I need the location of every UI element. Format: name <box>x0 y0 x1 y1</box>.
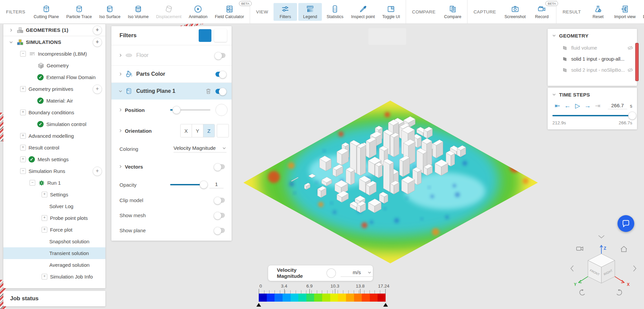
camera-views-button[interactable] <box>577 247 583 250</box>
tree-item-simulation-control[interactable]: ✓Simulation control <box>3 118 105 130</box>
tree-item-geometry[interactable]: Geometry <box>3 60 105 71</box>
toolbar-button-iso-surface[interactable]: Iso Surface <box>96 3 123 21</box>
filter-item-parts-color[interactable]: Parts Color <box>111 66 232 83</box>
play-button[interactable]: ▷ <box>573 102 583 110</box>
delete-filter-button[interactable] <box>205 87 212 95</box>
range-max-marker[interactable] <box>383 303 388 307</box>
filter-item-floor[interactable]: Floor <box>111 45 232 66</box>
legend-unit-dropdown[interactable]: m/s <box>341 269 373 277</box>
previous-step-button[interactable]: ← <box>562 102 573 110</box>
toolbar-button-compare[interactable]: Compare <box>441 3 464 21</box>
tree-item-force-plot[interactable]: +Force plot <box>3 224 105 236</box>
tree-item-boundary-conditions[interactable]: +Boundary conditions <box>3 107 105 118</box>
support-chat-button[interactable] <box>617 215 634 232</box>
show-mesh-toggle[interactable] <box>215 213 225 218</box>
clip-model-toggle[interactable] <box>215 198 225 203</box>
chevron-right-icon[interactable] <box>118 164 123 169</box>
show-plane-toggle[interactable] <box>215 228 225 233</box>
tree-item-run-1[interactable]: −Run 1 <box>3 177 105 189</box>
time-value-input[interactable]: 266.7 <box>608 103 627 109</box>
tree-item-external-flow-domain[interactable]: ✓External Flow Domain <box>3 71 105 83</box>
visibility-off-icon[interactable] <box>627 45 634 51</box>
tree-item-incompressible-lbm-[interactable]: −Incompressible (LBM) <box>3 48 105 60</box>
tree-item-geometries-1-[interactable]: GEOMETRIES (1)+ <box>3 24 105 36</box>
apply-button[interactable] <box>199 29 211 42</box>
tree-item-simulation-runs[interactable]: −Simulation Runs+ <box>3 165 105 177</box>
position-slider[interactable] <box>170 109 210 111</box>
toolbar-button-statistics[interactable]: Statistics <box>323 3 347 21</box>
filter-visibility-toggle[interactable] <box>215 72 226 77</box>
rotate-left-button[interactable] <box>571 266 573 271</box>
tree-item-mesh-settings[interactable]: +✓Mesh settings <box>3 153 105 165</box>
toolbar-button-download[interactable]: Download <box>640 3 644 21</box>
orthographic-view-button[interactable] <box>390 30 403 43</box>
collapse-box[interactable]: − <box>30 180 35 186</box>
legend-colorbar[interactable]: 03.46.910.313.817.24 <box>259 284 386 308</box>
toolbar-button-record[interactable]: RecordBETA <box>530 3 553 21</box>
next-step-button[interactable]: → <box>583 102 593 110</box>
tree-item-probe-point-plots[interactable]: +Probe point plots <box>3 212 105 224</box>
add-button[interactable]: + <box>93 167 102 176</box>
tree-item-result-control[interactable]: +Result control <box>3 142 105 153</box>
collapse-box[interactable]: − <box>20 168 26 174</box>
chevron-right-icon[interactable] <box>118 128 123 133</box>
tree-item-geometry-primitives[interactable]: +Geometry primitives+ <box>3 83 105 95</box>
tree-item-snapshot-solution[interactable]: Snapshot solution <box>3 236 105 247</box>
toolbar-button-cutting-plane[interactable]: Cutting Plane <box>31 3 62 21</box>
tree-item-settings[interactable]: +Settings <box>3 189 105 200</box>
geometry-item-fluid-volume[interactable]: fluid volume <box>548 42 637 53</box>
axis-button-z[interactable]: Z <box>203 124 214 137</box>
axis-button-x[interactable]: X <box>181 124 192 137</box>
chevron-right-icon[interactable] <box>118 108 123 112</box>
toolbar-button-particle-trace[interactable]: Particle Trace <box>63 3 95 21</box>
rotate-right-button[interactable] <box>634 266 636 271</box>
add-button[interactable]: + <box>93 84 102 94</box>
toolbar-button-toggle-ui[interactable]: Toggle UI <box>379 3 403 21</box>
expand-box[interactable]: + <box>20 86 26 92</box>
tree-item-advanced-modelling[interactable]: +Advanced modelling <box>3 130 105 142</box>
toolbar-button-filters[interactable]: Filters <box>274 3 297 21</box>
toolbar-button-legend[interactable]: Legend <box>298 3 322 21</box>
expand-box[interactable]: + <box>42 227 47 233</box>
position-reset-button[interactable] <box>215 104 228 116</box>
time-steps-header[interactable]: TIME STEPS <box>548 88 637 101</box>
job-status-bar[interactable]: Job status <box>3 291 105 306</box>
flip-orientation-button[interactable] <box>217 124 229 137</box>
legend-menu-button[interactable] <box>327 268 336 278</box>
opacity-slider[interactable] <box>170 184 204 185</box>
axis-button-y[interactable]: Y <box>192 124 203 137</box>
tree-item-transient-solution[interactable]: Transient solution <box>3 247 105 259</box>
toolbar-button-inspect-point[interactable]: Inspect point <box>348 3 378 21</box>
toolbar-button-screenshot[interactable]: Screenshot <box>501 3 529 21</box>
collapse-box[interactable]: − <box>20 51 26 57</box>
geometry-scrollbar[interactable] <box>635 43 639 81</box>
perspective-view-button[interactable] <box>371 30 385 43</box>
visibility-off-icon[interactable] <box>627 67 634 73</box>
toolbar-button-reset[interactable]: Reset <box>586 3 610 21</box>
add-button[interactable]: + <box>93 25 102 35</box>
vectors-toggle[interactable] <box>215 164 225 169</box>
expand-box[interactable]: + <box>20 157 26 162</box>
close-button[interactable] <box>214 29 227 42</box>
toolbar-button-displacement[interactable]: Displacement <box>153 3 185 21</box>
filter-visibility-toggle[interactable] <box>215 89 226 94</box>
orientation-cube[interactable]: FRONT RIGHT <box>588 254 615 283</box>
toolbar-button-animation[interactable]: Animation <box>186 3 211 21</box>
tree-item-averaged-solution[interactable]: Averaged solution <box>3 259 105 271</box>
geometry-item-solid-2-input-noslipbo-[interactable]: solid 2 input - noSlipBo... <box>548 64 637 75</box>
skip-to-start-button[interactable]: ⇤ <box>552 102 562 110</box>
collapse-widget-button[interactable] <box>599 236 604 238</box>
expand-box[interactable]: + <box>20 145 26 150</box>
coloring-dropdown[interactable]: Velocity Magnitude <box>174 145 227 152</box>
expand-box[interactable]: + <box>42 274 47 280</box>
home-view-button[interactable] <box>621 246 627 252</box>
expand-box[interactable]: + <box>20 133 26 139</box>
expand-box[interactable]: + <box>20 110 26 115</box>
range-min-marker[interactable] <box>256 303 261 307</box>
expand-box[interactable]: + <box>42 215 47 221</box>
time-slider[interactable] <box>552 115 632 116</box>
add-button[interactable]: + <box>93 38 102 47</box>
filter-item-cutting-plane-1[interactable]: Cutting Plane 1 <box>111 83 232 100</box>
tree-item-simulations[interactable]: SIMULATIONS+ <box>3 36 105 48</box>
geometry-item-solid-1-input-group-all-[interactable]: solid 1 input - group-all... <box>548 53 637 64</box>
